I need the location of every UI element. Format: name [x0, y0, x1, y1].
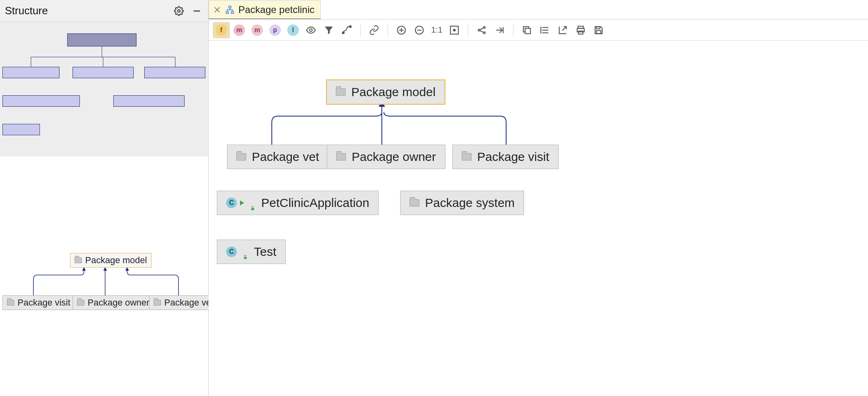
editor-tabbar: Package petclinic — [209, 0, 868, 20]
package-icon — [336, 88, 346, 96]
svg-rect-28 — [525, 28, 530, 33]
overview-node[interactable] — [2, 95, 80, 107]
svg-rect-9 — [229, 6, 231, 8]
filter-icon[interactable] — [320, 22, 337, 38]
diagram-canvas[interactable]: Package model Package vet Package owner … — [209, 41, 868, 396]
package-icon — [336, 153, 346, 161]
zoom-out-icon[interactable] — [411, 22, 428, 38]
route-icon[interactable] — [338, 22, 355, 38]
svg-rect-38 — [596, 31, 601, 34]
list-icon[interactable] — [536, 22, 553, 38]
diagram-toolbar: f m m p I 1:1 — [209, 20, 868, 41]
svg-rect-10 — [226, 11, 229, 13]
svg-rect-37 — [596, 26, 600, 29]
structure-overview[interactable] — [0, 22, 208, 156]
package-icon — [7, 300, 14, 306]
save-icon[interactable] — [590, 22, 607, 38]
svg-rect-11 — [231, 11, 234, 13]
package-icon — [77, 300, 84, 306]
svg-line-26 — [480, 31, 483, 32]
package-icon — [410, 199, 419, 207]
class-icon: C — [226, 198, 237, 208]
svg-point-12 — [310, 29, 313, 31]
node-petclinicapplication[interactable]: C PetClinicApplication — [217, 191, 379, 215]
mini-node-vet[interactable]: Package vet — [149, 295, 218, 310]
node-label: Package system — [425, 196, 515, 210]
svg-point-22 — [478, 29, 480, 31]
node-package-visit[interactable]: Package visit — [452, 145, 559, 169]
zoom-in-icon[interactable] — [393, 22, 410, 38]
mini-node-label: Package owner — [88, 297, 150, 308]
node-label: Test — [254, 245, 276, 259]
node-label: Package vet — [252, 150, 319, 164]
svg-point-24 — [483, 32, 485, 33]
gear-icon[interactable] — [172, 4, 185, 18]
node-package-model[interactable]: Package model — [326, 79, 445, 105]
svg-rect-40 — [244, 257, 247, 259]
diagram-icon — [225, 5, 234, 14]
svg-point-14 — [350, 26, 351, 27]
fit-screen-icon[interactable] — [446, 22, 463, 38]
structure-title: Structure — [5, 4, 48, 17]
lock-icon — [242, 249, 248, 255]
mini-node-label: Package visit — [18, 297, 70, 308]
zoom-ratio-button[interactable]: 1:1 — [429, 22, 445, 38]
overview-node[interactable] — [2, 67, 59, 78]
svg-point-13 — [342, 32, 344, 33]
overview-node[interactable] — [144, 67, 205, 78]
link-icon[interactable] — [366, 22, 383, 38]
copy-icon[interactable] — [518, 22, 535, 38]
mini-node-label: Package vet — [164, 297, 214, 308]
scope-methods-button[interactable]: m — [249, 22, 266, 38]
scope-inner-button[interactable]: I — [284, 22, 302, 38]
mini-node-label: Package model — [85, 255, 147, 266]
tab-label: Package petclinic — [238, 4, 315, 15]
svg-point-23 — [483, 26, 485, 28]
overview-node-root[interactable] — [67, 33, 137, 46]
package-icon — [462, 153, 471, 161]
mini-node-model[interactable]: Package model — [70, 253, 152, 268]
node-test[interactable]: C Test — [217, 240, 286, 264]
run-icon — [240, 200, 244, 205]
structure-panel: Structure — [0, 0, 209, 396]
svg-line-33 — [562, 26, 566, 31]
editor-pane: Package petclinic f m m p I 1:1 — [209, 0, 868, 396]
class-icon: C — [226, 246, 237, 257]
node-label: PetClinicApplication — [261, 196, 369, 210]
mini-node-visit[interactable]: Package visit — [2, 295, 75, 310]
svg-point-0 — [178, 10, 180, 12]
mini-diagram[interactable]: Package model Package visit Package owne… — [0, 247, 209, 312]
node-package-system[interactable]: Package system — [400, 191, 524, 215]
visibility-icon[interactable] — [302, 22, 319, 38]
close-icon[interactable] — [213, 6, 221, 14]
tab-package-petclinic[interactable]: Package petclinic — [209, 0, 321, 19]
structure-header: Structure — [0, 0, 208, 22]
node-label: Package owner — [352, 150, 436, 164]
overview-node[interactable] — [113, 95, 185, 107]
overview-node[interactable] — [2, 124, 40, 135]
svg-line-25 — [480, 28, 483, 29]
print-icon[interactable] — [572, 22, 589, 38]
scope-fields-button[interactable]: f — [213, 22, 230, 38]
minimize-icon[interactable] — [190, 4, 203, 18]
export-icon[interactable] — [554, 22, 571, 38]
svg-point-21 — [454, 29, 455, 31]
scope-properties-button[interactable]: p — [267, 22, 284, 38]
scope-methods-star-button[interactable]: m — [231, 22, 248, 38]
node-package-vet[interactable]: Package vet — [227, 145, 328, 169]
forward-icon[interactable] — [491, 22, 508, 38]
node-label: Package model — [351, 85, 436, 99]
node-package-owner[interactable]: Package owner — [327, 145, 445, 169]
svg-rect-39 — [251, 208, 254, 210]
package-icon — [236, 153, 246, 161]
mini-node-owner[interactable]: Package owner — [73, 295, 154, 310]
node-label: Package visit — [477, 150, 549, 164]
share-icon[interactable] — [473, 22, 490, 38]
overview-node[interactable] — [73, 67, 134, 78]
package-icon — [154, 300, 161, 306]
package-icon — [75, 257, 82, 263]
lock-icon — [250, 200, 256, 206]
